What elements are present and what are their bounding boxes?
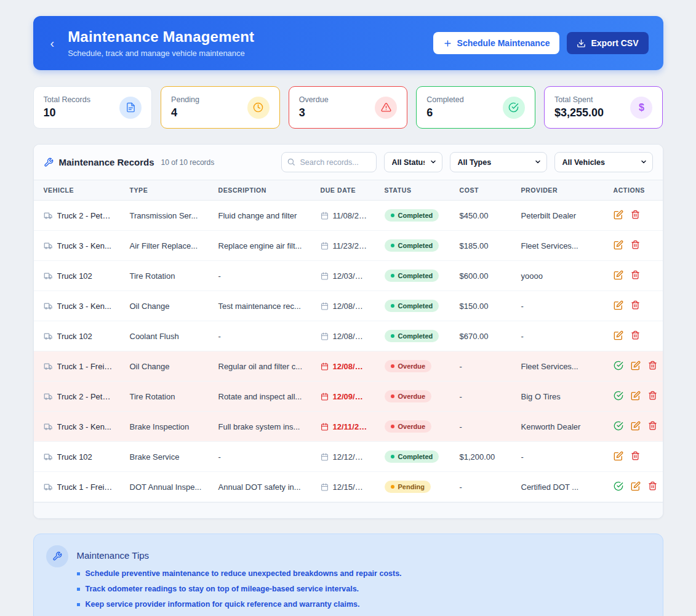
vehicle-name: Truck 102 xyxy=(57,271,92,281)
edit-button[interactable] xyxy=(614,330,623,342)
status-badge: Completed xyxy=(385,450,439,463)
cost: - xyxy=(460,392,462,401)
edit-icon xyxy=(614,270,623,282)
delete-button[interactable] xyxy=(648,481,657,492)
type-filter-select[interactable]: All Types xyxy=(450,152,547,172)
status-dot-icon xyxy=(391,485,394,489)
table-body: Truck 2 - Peter...Transmission Ser...Flu… xyxy=(34,201,663,502)
trash-icon xyxy=(631,451,640,462)
status-dot-icon xyxy=(391,364,394,368)
due-date: 12/09/2025 xyxy=(333,392,367,401)
due-date: 12/15/2025 xyxy=(333,482,367,492)
col-vehicle: Vehicle xyxy=(34,180,121,201)
edit-button[interactable] xyxy=(614,300,623,312)
records-toolbar: Maintenance Records 10 of 10 records All… xyxy=(34,145,663,180)
calendar-icon xyxy=(321,242,329,250)
check-circle-icon xyxy=(614,361,623,372)
provider: Big O Tires xyxy=(521,392,561,401)
status-label: Overdue xyxy=(398,362,426,370)
delete-button[interactable] xyxy=(631,330,640,342)
vehicle-filter-select[interactable]: All Vehicles xyxy=(554,152,653,172)
edit-icon xyxy=(631,421,641,433)
edit-button[interactable] xyxy=(631,421,641,433)
calendar-icon xyxy=(321,272,329,280)
cost: $450.00 xyxy=(460,211,489,220)
edit-button[interactable] xyxy=(614,240,623,252)
stats-row: Total Records 10 Pending 4 Overdue 3 xyxy=(33,86,663,129)
truck-icon xyxy=(44,241,53,250)
cost: - xyxy=(460,362,462,371)
maintenance-type: Tire Rotation xyxy=(130,271,175,281)
table-row: Truck 3 - Ken...Air Filter Replace...Rep… xyxy=(34,231,663,261)
records-title: Maintenance Records xyxy=(59,157,154,167)
table-row: Truck 2 - Peter...Transmission Ser...Flu… xyxy=(34,201,663,231)
back-button[interactable]: ‹ xyxy=(48,34,57,52)
edit-button[interactable] xyxy=(631,481,641,493)
trash-icon xyxy=(648,421,657,432)
delete-button[interactable] xyxy=(648,361,657,372)
trash-icon xyxy=(631,210,640,221)
maintenance-type: Brake Inspection xyxy=(130,422,190,431)
status-filter-select[interactable]: All Statuses xyxy=(384,152,442,172)
export-csv-button[interactable]: Export CSV xyxy=(567,32,648,54)
maintenance-type: Oil Change xyxy=(130,362,170,371)
search-icon xyxy=(287,158,295,166)
description: Rotate and inspect all... xyxy=(218,392,302,401)
provider: - xyxy=(521,332,524,341)
description: Fluid change and filter xyxy=(218,211,297,220)
col-description: Description xyxy=(210,180,312,201)
table-footer xyxy=(34,502,663,518)
trash-icon xyxy=(631,300,640,311)
mark-complete-button[interactable] xyxy=(614,361,623,372)
dollar-icon: $ xyxy=(630,97,652,119)
status-label: Completed xyxy=(398,453,433,460)
delete-button[interactable] xyxy=(631,451,640,462)
cost: $600.00 xyxy=(460,271,489,281)
col-actions: Actions xyxy=(605,180,663,201)
edit-button[interactable] xyxy=(614,451,623,463)
delete-button[interactable] xyxy=(631,300,640,311)
calendar-icon xyxy=(321,302,329,310)
clock-icon xyxy=(247,97,270,119)
edit-button[interactable] xyxy=(614,270,623,282)
edit-icon xyxy=(614,300,623,312)
status-dot-icon xyxy=(391,394,394,398)
cost: $150.00 xyxy=(460,302,489,311)
page: ‹ Maintenance Management Schedule, track… xyxy=(33,0,663,616)
delete-button[interactable] xyxy=(631,210,640,221)
schedule-maintenance-button[interactable]: Schedule Maintenance xyxy=(433,32,560,54)
provider: - xyxy=(521,452,524,462)
provider: Certified DOT ... xyxy=(521,482,579,492)
truck-icon xyxy=(44,422,53,431)
delete-button[interactable] xyxy=(631,240,640,251)
calendar-icon xyxy=(321,212,329,220)
col-status: Status xyxy=(376,180,451,201)
search-input[interactable] xyxy=(281,152,377,172)
delete-button[interactable] xyxy=(631,270,640,281)
status-badge: Completed xyxy=(385,209,439,222)
edit-button[interactable] xyxy=(614,210,623,222)
table-row: Truck 3 - Ken...Oil ChangeTest maintenan… xyxy=(34,291,663,321)
delete-button[interactable] xyxy=(648,391,657,402)
table-row: Truck 1 - Freig...DOT Annual Inspe...Ann… xyxy=(34,472,663,502)
stat-label: Pending xyxy=(171,95,199,104)
due-date: 12/08/2025 xyxy=(333,362,367,371)
mark-complete-button[interactable] xyxy=(614,391,623,402)
status-label: Completed xyxy=(398,242,433,249)
page-title: Maintenance Management xyxy=(68,28,254,46)
cost: $185.00 xyxy=(460,241,489,250)
stat-value: 10 xyxy=(44,106,90,119)
status-dot-icon xyxy=(391,455,394,458)
vehicle-name: Truck 2 - Peter... xyxy=(57,211,113,220)
edit-button[interactable] xyxy=(631,391,641,402)
page-subtitle: Schedule, track and manage vehicle maint… xyxy=(68,49,254,58)
maintenance-type: Air Filter Replace... xyxy=(130,241,198,250)
mark-complete-button[interactable] xyxy=(614,421,623,433)
calendar-icon xyxy=(321,362,329,370)
edit-button[interactable] xyxy=(631,361,641,372)
delete-button[interactable] xyxy=(648,421,657,432)
status-badge: Completed xyxy=(385,300,439,312)
check-circle-icon xyxy=(614,481,623,493)
vehicle-name: Truck 3 - Ken... xyxy=(57,302,111,311)
mark-complete-button[interactable] xyxy=(614,481,623,493)
